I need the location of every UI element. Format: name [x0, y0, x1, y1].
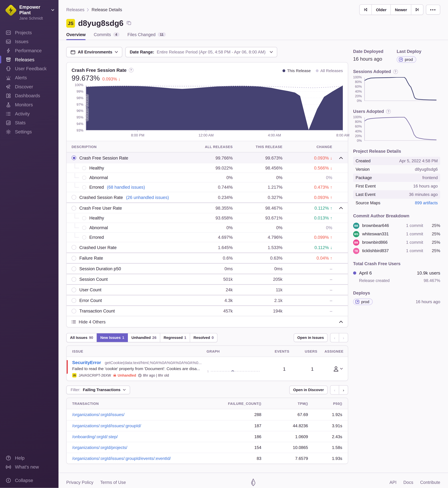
- sidebar-item[interactable]: Monitors: [0, 100, 58, 109]
- issue-filter-tab[interactable]: Regressed1: [160, 333, 190, 342]
- metric-radio[interactable]: [72, 195, 76, 200]
- environment-filter[interactable]: All Environments: [66, 47, 122, 57]
- issue-filter-tab[interactable]: All Issues90: [66, 333, 97, 342]
- metric-row[interactable]: Crash Free User Rate 98.355% 98.467% 0.1…: [66, 202, 348, 213]
- next-page-button[interactable]: ›: [339, 333, 348, 342]
- sidebar-item[interactable]: Activity: [0, 109, 58, 118]
- prev-page-button[interactable]: ‹: [330, 333, 339, 342]
- open-in-issues-button[interactable]: Open in Issues: [294, 333, 328, 342]
- next-page-button[interactable]: ›: [339, 386, 348, 394]
- sidebar-item[interactable]: Dashboards: [0, 91, 58, 100]
- metric-row[interactable]: Abnormal 0% 0% 0%: [66, 173, 348, 182]
- deploy-env-badge[interactable]: prod: [353, 299, 373, 305]
- tab[interactable]: Files Changed 11: [128, 32, 166, 40]
- metric-row[interactable]: Crashed User Rate 1.645% 1.533% 0.112% ↓: [66, 242, 348, 252]
- metric-radio[interactable]: [82, 235, 86, 239]
- metric-row[interactable]: Healthy 93.658% 93.671% 0.013% ↑: [66, 213, 348, 222]
- sidebar-item[interactable]: What's new: [0, 462, 58, 472]
- commit-author-row: BB brownbear646 1 commit 25%: [353, 221, 440, 230]
- transaction-link[interactable]: /organizations/:orgId/issues/: [66, 412, 217, 417]
- metric-row[interactable]: Session Duration p50 0ms 0ms –: [66, 263, 348, 274]
- sidebar-item[interactable]: Releases: [0, 55, 58, 64]
- issues-link[interactable]: (68 handled issues): [107, 185, 145, 190]
- transaction-filter[interactable]: Filter: Failing Transactions: [66, 386, 130, 394]
- api-link[interactable]: API: [390, 480, 397, 485]
- transaction-link[interactable]: /onboarding/:orgId/:step/: [66, 434, 217, 439]
- metric-row[interactable]: Healthy 99.022% 98.456% 0.566% ↓: [66, 163, 348, 173]
- open-in-discover-button[interactable]: Open in Discover: [289, 386, 328, 394]
- sidebar-item[interactable]: Performance: [0, 46, 58, 55]
- help-icon[interactable]: ?: [386, 109, 391, 114]
- metric-radio[interactable]: [82, 185, 86, 189]
- metric-row[interactable]: User Count 24k 11k –: [66, 284, 348, 295]
- issue-filter-tab[interactable]: Unhandled26: [128, 333, 160, 342]
- older-button[interactable]: Older: [372, 5, 391, 15]
- artifacts-link[interactable]: 899 artifacts: [415, 201, 438, 205]
- help-icon[interactable]: ?: [393, 69, 398, 74]
- sidebar-item[interactable]: Issues: [0, 37, 58, 46]
- metric-radio[interactable]: [72, 266, 76, 271]
- metric-radio[interactable]: [82, 166, 86, 170]
- sidebar-item[interactable]: User Feedback: [0, 64, 58, 73]
- issue-filter-tab[interactable]: Resolved0: [190, 333, 217, 342]
- sidebar-item[interactable]: Discover: [0, 82, 58, 91]
- metric-radio[interactable]: [72, 256, 76, 260]
- discover-icon: [6, 84, 11, 89]
- metric-radio[interactable]: [82, 175, 86, 180]
- privacy-policy-link[interactable]: Privacy Policy: [66, 480, 93, 485]
- metric-row[interactable]: Failure Rate 0.6% 0.63% 0.04% ↑: [66, 252, 348, 263]
- metric-radio[interactable]: [72, 277, 76, 282]
- assignee-selector[interactable]: [322, 360, 348, 378]
- skip-to-oldest-button[interactable]: [360, 5, 372, 15]
- issue-filter-tab[interactable]: New Issues1: [97, 333, 128, 342]
- transaction-link[interactable]: /organizations/:orgId/projects/: [66, 445, 217, 450]
- metric-radio[interactable]: [72, 245, 76, 250]
- metric-radio[interactable]: [72, 156, 76, 160]
- more-actions-button[interactable]: •••: [426, 5, 440, 15]
- metric-row[interactable]: Crashed Session Rate (26 unhandled issue…: [66, 192, 348, 202]
- issues-link[interactable]: (26 unhandled issues): [126, 195, 169, 200]
- transaction-link[interactable]: /organizations/:orgId/issues/:groupId/ev…: [66, 456, 217, 461]
- issue-title-link[interactable]: SecurityError: [72, 360, 101, 365]
- tab[interactable]: Overview: [66, 32, 86, 40]
- copy-icon[interactable]: [127, 21, 131, 26]
- sidebar-collapse[interactable]: Collapse: [0, 476, 58, 485]
- contribute-link[interactable]: Contribute: [420, 480, 440, 485]
- prev-page-button[interactable]: ‹: [330, 386, 339, 394]
- metric-radio[interactable]: [72, 309, 76, 313]
- newer-button[interactable]: Newer: [391, 5, 411, 15]
- metric-row[interactable]: Abnormal 0% 0% 0%: [66, 223, 348, 232]
- sidebar-item[interactable]: Projects: [0, 28, 58, 37]
- metric-radio[interactable]: [82, 226, 86, 230]
- metric-row[interactable]: Transaction Count 457k 194k –: [66, 305, 348, 316]
- metric-radio[interactable]: [72, 298, 76, 303]
- metric-row[interactable]: Crash Free Session Rate 99.766% 99.673% …: [66, 152, 348, 163]
- sidebar-item[interactable]: Alerts: [0, 73, 58, 82]
- metric-row[interactable]: Errored (68 handled issues) 0.744% 1.217…: [66, 182, 348, 192]
- help-icon[interactable]: ?: [129, 68, 133, 72]
- metric-radio[interactable]: [72, 287, 76, 292]
- metric-row[interactable]: Session Count 501k 205k –: [66, 274, 348, 284]
- breadcrumb-releases[interactable]: Releases: [66, 7, 84, 12]
- sidebar-item[interactable]: Help: [0, 453, 58, 462]
- collapse-row-icon[interactable]: [334, 207, 348, 209]
- sidebar-item[interactable]: Stats: [0, 118, 58, 127]
- metric-radio[interactable]: [72, 206, 76, 210]
- docs-link[interactable]: Docs: [403, 480, 413, 485]
- external-link-icon: [399, 58, 403, 62]
- sidebar-nav: Projects Issues Performance Releases: [0, 26, 58, 453]
- deploy-env-badge[interactable]: prod: [397, 56, 416, 63]
- collapse-row-icon[interactable]: [334, 157, 348, 159]
- metric-radio[interactable]: [82, 216, 86, 220]
- skip-to-newest-button[interactable]: [411, 5, 423, 15]
- sidebar-item[interactable]: Settings: [0, 127, 58, 136]
- metric-row[interactable]: Errored 4.697% 4.796% 0.099% ↑: [66, 232, 348, 242]
- date-range-filter[interactable]: Date Range: Entire Release Period (Apr 0…: [125, 47, 277, 57]
- metric-row[interactable]: Error Count 4.3k 2.1k –: [66, 295, 348, 305]
- org-switcher[interactable]: Empower Plant Jane Schmidt: [0, 0, 58, 26]
- terms-of-use-link[interactable]: Terms of Use: [100, 480, 126, 485]
- issue-row[interactable]: SecurityError getCookie(data:text/html,%…: [66, 357, 348, 381]
- tab[interactable]: Commits 4: [94, 32, 119, 40]
- transaction-link[interactable]: /organizations/:orgId/issues/:groupId/: [66, 423, 217, 428]
- hide-others-toggle[interactable]: Hide 4 Others: [66, 316, 348, 327]
